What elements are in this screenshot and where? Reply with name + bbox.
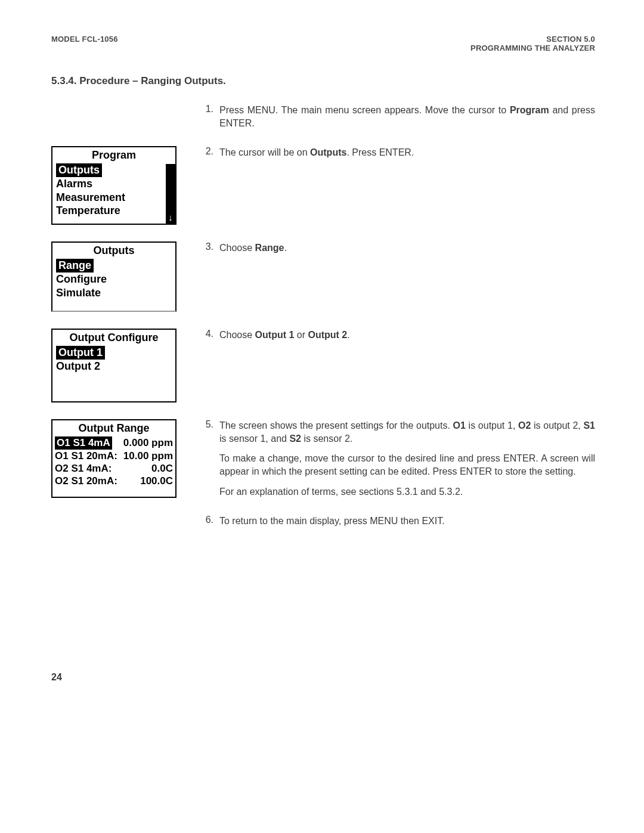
range-row-1[interactable]: O1 S1 4mA 0.000 ppm — [52, 436, 175, 450]
menu-item-alarms[interactable]: Alarms — [52, 177, 175, 191]
header-right-line1: SECTION 5.0 — [470, 35, 595, 44]
menu-item-temperature[interactable]: Temperature — [52, 204, 175, 218]
menu-item-measurement[interactable]: Measurement — [52, 191, 175, 205]
section-title: 5.3.4. Procedure – Ranging Outputs. — [51, 75, 595, 87]
menu-item-output-1[interactable]: Output 1 — [52, 346, 175, 360]
step-4-bold2: Output 2 — [308, 330, 347, 340]
step-1-pre: Press MENU. The main menu screen appears… — [219, 105, 510, 115]
screen-outputs-title: Outputs — [52, 243, 175, 259]
range-row-1-label: O1 S1 4mA — [55, 436, 112, 450]
step-5-p1e: is sensor 1, and — [219, 433, 289, 444]
step-5-p1c: is output 1, — [466, 420, 518, 431]
step-5-p1f: is sensor 2. — [301, 433, 352, 444]
scrollbar[interactable]: ↓ — [166, 164, 175, 224]
step-5-b3: S1 — [583, 420, 595, 431]
step-4-post: . — [347, 330, 349, 340]
menu-item-output-2[interactable]: Output 2 — [52, 360, 175, 373]
step-4-pre: Choose — [219, 330, 255, 340]
step-4-text: Choose Output 1 or Output 2. — [219, 329, 595, 342]
step-4-bold1: Output 1 — [255, 330, 295, 340]
step-2-bold: Outputs — [310, 147, 346, 157]
step-2-post: . Press ENTER. — [346, 147, 414, 157]
screen-program-title: Program — [52, 147, 175, 163]
step-2-pre: The cursor will be on — [219, 147, 310, 157]
step-4-number: 4. — [193, 329, 219, 342]
screen-output-range-title: Output Range — [52, 420, 175, 436]
range-row-3[interactable]: O2 S1 4mA: 0.0C — [52, 462, 175, 475]
menu-item-configure[interactable]: Configure — [52, 272, 175, 286]
step-2-number: 2. — [193, 146, 219, 159]
page-number: 24 — [51, 672, 62, 683]
menu-item-outputs[interactable]: Outputs — [52, 163, 175, 178]
arrow-down-icon: ↓ — [166, 213, 175, 222]
range-row-1-value: 0.000 ppm — [123, 436, 173, 450]
step-5-number: 5. — [193, 419, 219, 498]
step-6-text-content: To return to the main display, press MEN… — [219, 515, 595, 528]
step-5-p1a: The screen shows the present settings fo… — [219, 420, 453, 431]
step-1-number: 1. — [193, 104, 219, 129]
screen-output-configure-title: Output Configure — [52, 330, 175, 346]
step-2-text: The cursor will be on Outputs. Press ENT… — [219, 146, 595, 159]
step-6-number: 6. — [193, 515, 219, 528]
screen-program: Program Outputs Alarms Measurement Tempe… — [51, 146, 177, 225]
header-left: MODEL FCL-1056 — [51, 35, 118, 52]
header-right-line2: PROGRAMMING THE ANALYZER — [470, 44, 595, 52]
step-4-mid: or — [294, 330, 308, 340]
range-row-4-label: O2 S1 20mA: — [55, 475, 117, 487]
step-6-text: To return to the main display, press MEN… — [219, 515, 595, 528]
step-5-b4: S2 — [289, 433, 301, 444]
range-row-4[interactable]: O2 S1 20mA: 100.0C — [52, 475, 175, 487]
step-3-pre: Choose — [219, 243, 255, 253]
range-row-3-label: O2 S1 4mA: — [55, 462, 112, 475]
range-row-2-label: O1 S1 20mA: — [55, 450, 117, 462]
range-row-3-value: 0.0C — [151, 462, 173, 475]
step-1-bold: Program — [510, 105, 549, 115]
step-3-number: 3. — [193, 241, 219, 255]
range-row-2[interactable]: O1 S1 20mA: 10.00 ppm — [52, 450, 175, 462]
step-5-p3: For an explanation of terms, see section… — [219, 485, 595, 498]
step-5-p1d: is output 2, — [531, 420, 583, 431]
screen-output-configure: Output Configure Output 1 Output 2 — [51, 329, 177, 402]
screen-outputs: Outputs Range Configure Simulate — [51, 241, 177, 312]
step-5-p2: To make a change, move the cursor to the… — [219, 452, 595, 478]
menu-item-simulate[interactable]: Simulate — [52, 286, 175, 300]
step-5-text: The screen shows the present settings fo… — [219, 419, 595, 498]
page-header: MODEL FCL-1056 SECTION 5.0 PROGRAMMING T… — [51, 35, 595, 52]
menu-item-range[interactable]: Range — [52, 259, 175, 273]
step-3-bold: Range — [255, 243, 284, 253]
step-3-text: Choose Range. — [219, 241, 595, 255]
range-row-4-value: 100.0C — [140, 475, 173, 487]
range-row-2-value: 10.00 ppm — [123, 450, 173, 462]
step-1-text: Press MENU. The main menu screen appears… — [219, 104, 595, 129]
step-5-b1: O1 — [453, 420, 466, 431]
step-3-post: . — [284, 243, 287, 253]
screen-output-range: Output Range O1 S1 4mA 0.000 ppm O1 S1 2… — [51, 419, 177, 498]
step-5-b2: O2 — [518, 420, 531, 431]
